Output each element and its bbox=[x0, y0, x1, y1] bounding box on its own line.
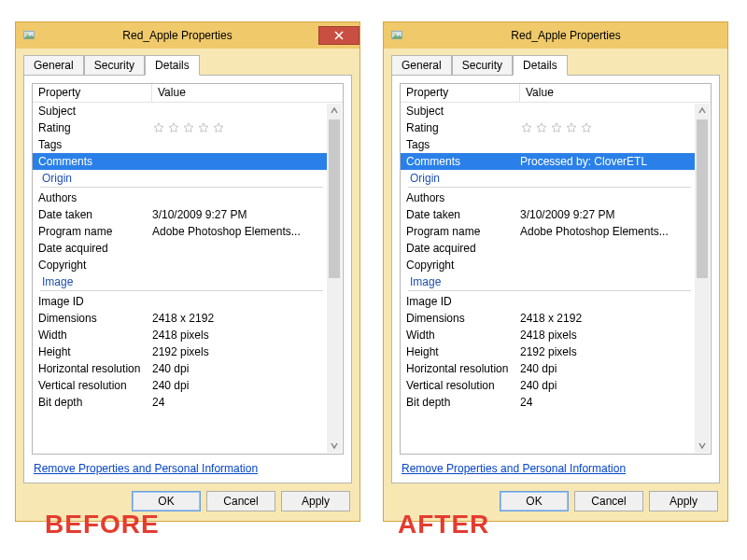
list-row[interactable]: Authors bbox=[401, 189, 695, 206]
list-row[interactable]: Height2192 pixels bbox=[33, 343, 327, 360]
vertical-scrollbar[interactable] bbox=[327, 104, 342, 453]
list-row[interactable]: Vertical resolution240 dpi bbox=[401, 377, 695, 394]
col-property[interactable]: Property bbox=[401, 84, 520, 102]
prop-label: Comments bbox=[33, 155, 152, 168]
list-row[interactable]: Copyright bbox=[401, 257, 695, 273]
scroll-thumb[interactable] bbox=[329, 119, 340, 278]
col-value[interactable]: Value bbox=[520, 84, 711, 102]
scroll-down-arrow-icon[interactable] bbox=[695, 438, 710, 453]
vertical-scrollbar[interactable] bbox=[695, 104, 710, 453]
list-row[interactable]: Date taken3/10/2009 9:27 PM bbox=[401, 206, 695, 223]
list-row[interactable]: Rating bbox=[401, 119, 695, 136]
prop-label: Date taken bbox=[33, 208, 152, 221]
tab-details[interactable]: Details bbox=[145, 55, 200, 76]
list-row[interactable]: Vertical resolution240 dpi bbox=[33, 377, 327, 394]
list-row[interactable]: Tags bbox=[401, 136, 695, 153]
list-row[interactable]: Program nameAdobe Photoshop Elements... bbox=[33, 223, 327, 240]
col-value[interactable]: Value bbox=[152, 84, 343, 102]
remove-properties-link[interactable]: Remove Properties and Personal Informati… bbox=[402, 462, 626, 475]
list-rows: SubjectRatingTagsCommentsOriginAuthorsDa… bbox=[33, 103, 327, 454]
list-row[interactable]: Authors bbox=[33, 189, 327, 206]
tab-label: Details bbox=[155, 59, 190, 72]
svg-point-3 bbox=[394, 33, 396, 35]
titlebar[interactable]: Red_Apple Properties bbox=[384, 22, 727, 49]
prop-label: Date taken bbox=[401, 208, 520, 221]
picture-icon bbox=[21, 28, 36, 43]
list-row[interactable]: Date acquired bbox=[401, 240, 695, 257]
prop-value: 2418 pixels bbox=[520, 329, 695, 342]
prop-value: Adobe Photoshop Elements... bbox=[152, 225, 327, 238]
scroll-thumb[interactable] bbox=[697, 119, 708, 278]
list-row[interactable]: Width2418 pixels bbox=[33, 327, 327, 343]
list-row[interactable]: Width2418 pixels bbox=[401, 327, 695, 343]
tab-security[interactable]: Security bbox=[452, 55, 513, 75]
rating-stars[interactable] bbox=[152, 121, 327, 134]
group-label: Image bbox=[401, 275, 520, 288]
rating-stars[interactable] bbox=[520, 121, 695, 134]
prop-value: 240 dpi bbox=[520, 362, 695, 375]
close-button-placeholder bbox=[686, 22, 727, 41]
list-scroll-area: SubjectRatingTagsCommentsProcessed by: C… bbox=[401, 103, 711, 454]
list-row[interactable]: Tags bbox=[33, 136, 327, 153]
cancel-button[interactable]: Cancel bbox=[574, 491, 643, 511]
prop-label: Authors bbox=[33, 191, 152, 204]
prop-value: 2418 x 2192 bbox=[152, 312, 327, 325]
tab-details[interactable]: Details bbox=[513, 55, 568, 76]
list-row[interactable]: Rating bbox=[33, 119, 327, 136]
scroll-up-arrow-icon[interactable] bbox=[327, 104, 342, 119]
close-button[interactable] bbox=[318, 26, 359, 45]
btn-label: Cancel bbox=[223, 495, 258, 508]
tab-general[interactable]: General bbox=[23, 55, 84, 75]
col-value-label: Value bbox=[158, 86, 186, 99]
stamp-label: AFTER bbox=[398, 510, 489, 539]
properties-list[interactable]: PropertyValueSubjectRatingTagsCommentsPr… bbox=[400, 83, 712, 455]
remove-properties-link[interactable]: Remove Properties and Personal Informati… bbox=[34, 462, 258, 475]
ok-button[interactable]: OK bbox=[132, 491, 201, 511]
tab-label: Security bbox=[462, 59, 502, 72]
list-row[interactable]: Height2192 pixels bbox=[401, 343, 695, 360]
prop-label: Dimensions bbox=[33, 312, 152, 325]
list-row[interactable]: Subject bbox=[401, 103, 695, 119]
properties-dialog: Red_Apple PropertiesGeneralSecurityDetai… bbox=[383, 21, 728, 522]
apply-button[interactable]: Apply bbox=[281, 491, 350, 511]
prop-value: 3/10/2009 9:27 PM bbox=[152, 208, 327, 221]
picture-icon bbox=[389, 28, 404, 43]
btn-label: Apply bbox=[669, 495, 698, 508]
tab-general[interactable]: General bbox=[391, 55, 452, 75]
group-header: Image bbox=[33, 273, 327, 290]
prop-label: Height bbox=[401, 345, 520, 358]
list-row[interactable]: Copyright bbox=[33, 257, 327, 273]
group-label: Image bbox=[33, 275, 152, 288]
list-row[interactable]: Date acquired bbox=[33, 240, 327, 257]
cancel-button[interactable]: Cancel bbox=[206, 491, 275, 511]
list-row[interactable]: Bit depth24 bbox=[33, 394, 327, 411]
prop-label: Horizontal resolution bbox=[33, 362, 152, 375]
svg-point-1 bbox=[26, 33, 28, 35]
list-row[interactable]: Dimensions2418 x 2192 bbox=[401, 310, 695, 327]
properties-list[interactable]: PropertyValueSubjectRatingTagsCommentsOr… bbox=[32, 83, 344, 455]
list-row[interactable]: Horizontal resolution240 dpi bbox=[401, 360, 695, 377]
ok-button[interactable]: OK bbox=[500, 491, 569, 511]
list-row[interactable]: Comments bbox=[33, 153, 327, 170]
scroll-up-arrow-icon[interactable] bbox=[695, 104, 710, 119]
tab-security[interactable]: Security bbox=[84, 55, 145, 75]
list-row[interactable]: Program nameAdobe Photoshop Elements... bbox=[401, 223, 695, 240]
list-row[interactable]: Image ID bbox=[33, 293, 327, 310]
list-row[interactable]: Dimensions2418 x 2192 bbox=[33, 310, 327, 327]
btn-label: OK bbox=[526, 495, 542, 508]
col-property[interactable]: Property bbox=[33, 84, 152, 102]
scroll-down-arrow-icon[interactable] bbox=[327, 438, 342, 453]
prop-value: Adobe Photoshop Elements... bbox=[520, 225, 695, 238]
apply-button[interactable]: Apply bbox=[649, 491, 718, 511]
window-title: Red_Apple Properties bbox=[404, 29, 727, 42]
list-row[interactable]: CommentsProcessed by: CloverETL bbox=[401, 153, 695, 170]
list-row[interactable]: Subject bbox=[33, 103, 327, 119]
list-row[interactable]: Image ID bbox=[401, 293, 695, 310]
list-row[interactable]: Bit depth24 bbox=[401, 394, 695, 411]
prop-label: Horizontal resolution bbox=[401, 362, 520, 375]
prop-label: Width bbox=[33, 329, 152, 342]
list-row[interactable]: Horizontal resolution240 dpi bbox=[33, 360, 327, 377]
prop-value: 2192 pixels bbox=[152, 345, 327, 358]
list-row[interactable]: Date taken3/10/2009 9:27 PM bbox=[33, 206, 327, 223]
titlebar[interactable]: Red_Apple Properties bbox=[16, 22, 359, 49]
